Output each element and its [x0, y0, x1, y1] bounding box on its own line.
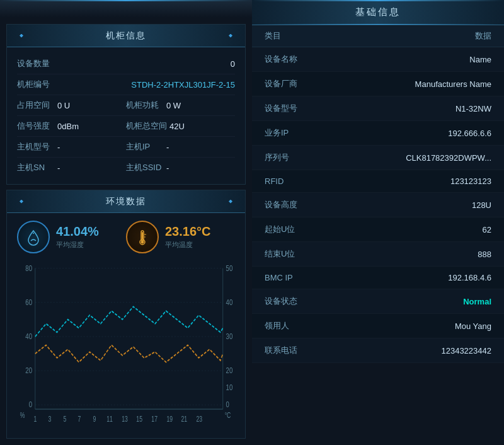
row-key: 起始U位	[265, 224, 378, 235]
label-power: 机柜功耗	[126, 100, 164, 111]
svg-text:11: 11	[106, 415, 113, 424]
table-row: 联系电话12343223442	[252, 338, 504, 363]
row-key: 联系电话	[265, 345, 378, 356]
value-host-model: -	[57, 142, 126, 152]
svg-text:°C: °C	[225, 410, 231, 419]
svg-text:30: 30	[226, 331, 233, 340]
cabinet-row-space-power: 占用空间 0 U 机柜功耗 0 W	[17, 95, 235, 116]
row-key: 设备高度	[265, 199, 378, 211]
svg-text:1: 1	[33, 415, 37, 424]
environment-section: 环境数据 41.04%	[6, 190, 246, 439]
row-key: 序列号	[265, 152, 378, 163]
table-row: 设备名称Name	[252, 47, 504, 72]
cabinet-row-signal-totalspace: 信号强度 0dBm 机柜总空间 42U	[17, 116, 235, 137]
table-row: 结束U位888	[252, 242, 504, 267]
right-panel-title: 基础信息	[355, 6, 401, 17]
row-value: Mou Yang	[378, 321, 491, 331]
col-host-ssid: 主机SSID -	[126, 162, 235, 173]
row-value: N1-32NW	[378, 104, 491, 113]
row-key: 设备状态	[265, 296, 378, 307]
label-host-sn: 主机SN	[17, 162, 55, 173]
cabinet-row-host-sn-ssid: 主机SN - 主机SSID -	[17, 158, 235, 178]
label-cabinet-id: 机柜编号	[17, 79, 67, 90]
label-signal: 信号强度	[17, 120, 55, 132]
svg-rect-3	[142, 232, 143, 240]
table-row: 序列号CLK81782392DWPW...	[252, 146, 504, 170]
svg-text:3: 3	[48, 415, 51, 424]
svg-text:5: 5	[64, 415, 67, 424]
svg-text:40: 40	[25, 331, 32, 340]
svg-text:0: 0	[226, 400, 230, 409]
svg-point-0	[33, 233, 34, 234]
env-stats-row: 41.04% 平均湿度	[17, 221, 235, 253]
svg-text:19: 19	[166, 415, 173, 424]
env-section-header: 环境数据	[7, 190, 245, 213]
label-host-model: 主机型号	[17, 141, 55, 153]
label-device-count: 设备数量	[17, 58, 67, 69]
svg-text:9: 9	[93, 415, 96, 424]
row-value: 888	[378, 250, 491, 259]
row-key: 业务IP	[265, 127, 378, 139]
temperature-value: 23.16°C	[165, 224, 211, 239]
value-signal: 0dBm	[57, 122, 126, 131]
table-row: RFID123123123	[252, 170, 504, 193]
row-value: Manufacturers Name	[378, 79, 491, 89]
svg-text:21: 21	[181, 415, 187, 424]
row-value: 192.666.6.6	[378, 129, 491, 138]
cabinet-row-device-count: 设备数量 0	[17, 54, 235, 74]
label-host-ip: 主机IP	[126, 141, 164, 153]
humidity-label: 平均湿度	[56, 240, 99, 250]
env-chart: 80 60 40 20 0 % 50 40 30 20 10 0	[17, 260, 235, 431]
table-row: 设备状态Normal	[252, 289, 504, 314]
svg-text:0: 0	[29, 400, 33, 409]
top-decoration	[0, 0, 252, 18]
value-host-ssid: -	[166, 163, 235, 173]
col-power: 机柜功耗 0 W	[126, 100, 235, 111]
col-host-ip: 主机IP -	[126, 141, 235, 153]
temperature-icon	[126, 221, 159, 253]
value-total-space: 42U	[169, 122, 235, 131]
row-key: BMC IP	[265, 273, 378, 282]
col-host-model: 主机型号 -	[17, 141, 126, 153]
temperature-label: 平均温度	[165, 240, 211, 250]
row-key: 结束U位	[265, 248, 378, 260]
humidity-info: 41.04% 平均湿度	[56, 224, 99, 250]
cabinet-info-section: 机柜信息 设备数量 0 机柜编号 STDH-2-2HTXJL301JF-2-15…	[6, 24, 246, 185]
svg-text:%: %	[20, 410, 25, 419]
svg-text:15: 15	[136, 415, 142, 424]
svg-text:50: 50	[226, 263, 233, 272]
value-space: 0 U	[57, 101, 126, 110]
value-host-ip: -	[166, 142, 235, 152]
row-key: 设备型号	[265, 103, 378, 114]
label-host-ssid: 主机SSID	[126, 162, 164, 173]
row-value: 12343223442	[378, 346, 491, 355]
right-panel-header: 基础信息	[252, 0, 504, 25]
svg-text:23: 23	[196, 415, 202, 424]
row-value: Name	[378, 55, 491, 64]
temperature-stat: 23.16°C 平均温度	[126, 221, 235, 253]
cabinet-row-cabinet-id: 机柜编号 STDH-2-2HTXJL301JF-2-15	[17, 74, 235, 95]
svg-text:10: 10	[226, 383, 233, 392]
row-key: RFID	[265, 176, 378, 186]
value-cabinet-id: STDH-2-2HTXJL301JF-2-15	[67, 80, 235, 90]
row-value: 192.168.4.6	[378, 273, 491, 282]
humidity-icon	[17, 221, 50, 253]
row-key: 设备厂商	[265, 78, 378, 90]
svg-point-4	[141, 241, 144, 244]
svg-text:40: 40	[226, 297, 233, 306]
table-row: 业务IP192.666.6.6	[252, 121, 504, 146]
right-panel: 基础信息 类目 数据 设备名称Name设备厂商Manufacturers Nam…	[252, 0, 504, 445]
svg-text:7: 7	[78, 415, 81, 424]
cabinet-row-host-model-ip: 主机型号 - 主机IP -	[17, 137, 235, 158]
svg-text:20: 20	[226, 366, 233, 375]
col-total-space: 机柜总空间 42U	[126, 120, 235, 132]
table-row: 起始U位62	[252, 217, 504, 242]
table-row: 领用人Mou Yang	[252, 314, 504, 338]
table-header: 类目 数据	[252, 25, 504, 47]
info-table-body: 设备名称Name设备厂商Manufacturers Name设备型号N1-32N…	[252, 47, 504, 445]
humidity-value: 41.04%	[56, 224, 99, 239]
row-value: CLK81782392DWPW...	[378, 153, 491, 163]
env-body: 41.04% 平均湿度	[7, 213, 245, 438]
left-panel: 机柜信息 设备数量 0 机柜编号 STDH-2-2HTXJL301JF-2-15…	[0, 0, 252, 445]
col-host-sn: 主机SN -	[17, 162, 126, 173]
